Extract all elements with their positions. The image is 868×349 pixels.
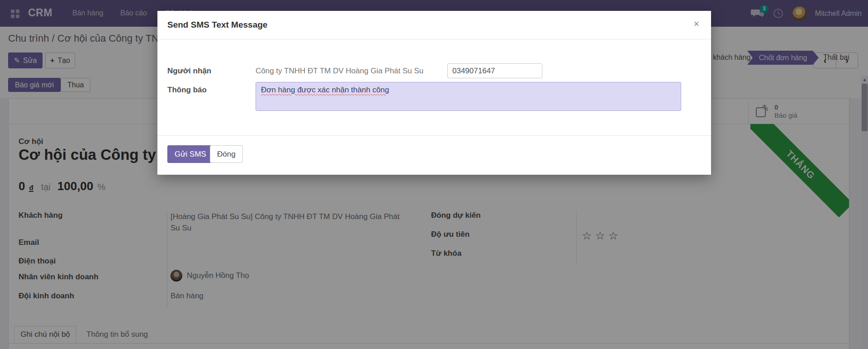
modal-header: Send SMS Text Message ×	[157, 11, 711, 39]
send-sms-modal: Send SMS Text Message × Người nhận Công …	[157, 11, 711, 175]
message-label: Thông báo	[167, 86, 207, 95]
recipient-label: Người nhận	[167, 67, 211, 76]
modal-footer-divider	[157, 135, 711, 136]
screen: CRM Bán hàng Báo cáo Cấu hình 3 Mitchell…	[0, 0, 868, 349]
modal-title: Send SMS Text Message	[167, 20, 267, 30]
recipient-value[interactable]: Công ty TNHH ĐT TM DV Hoàng Gia Phát Su …	[256, 67, 423, 76]
message-textarea[interactable]: Đơn hàng được xác nhận thành công	[256, 82, 681, 111]
close-modal-button[interactable]: Đóng	[210, 145, 243, 163]
send-sms-button[interactable]: Gửi SMS	[167, 145, 213, 163]
phone-number-input[interactable]	[447, 63, 542, 78]
message-text: Đơn hàng được xác nhận thành công	[261, 86, 389, 94]
close-icon[interactable]: ×	[693, 19, 699, 29]
